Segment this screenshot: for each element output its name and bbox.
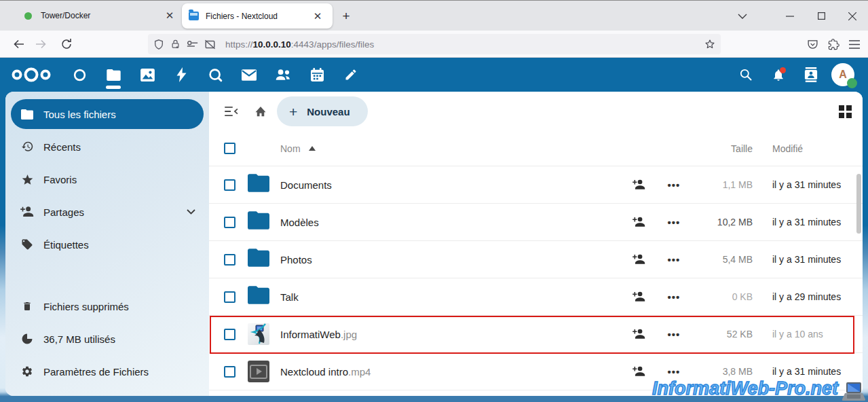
column-header-modified[interactable]: Modifié bbox=[772, 143, 846, 154]
reload-button[interactable] bbox=[56, 33, 77, 55]
more-actions-button[interactable]: ••• bbox=[659, 207, 689, 237]
collapse-sidebar-icon[interactable] bbox=[225, 106, 238, 117]
sidebar-item-quota[interactable]: 36,7 MB utilisés bbox=[11, 324, 204, 354]
contacts-menu-icon[interactable] bbox=[795, 58, 827, 92]
sort-ascending-icon[interactable] bbox=[309, 146, 316, 151]
user-avatar[interactable]: A bbox=[831, 63, 854, 86]
more-actions-button[interactable]: ••• bbox=[659, 357, 689, 386]
browser-tab-tower-docker[interactable]: Tower/Docker ✕ bbox=[24, 1, 178, 31]
app-activity-icon[interactable] bbox=[164, 58, 198, 92]
scrollbar-thumb[interactable] bbox=[856, 174, 861, 234]
more-actions-button[interactable]: ••• bbox=[659, 244, 689, 274]
file-name-link[interactable]: Modèles bbox=[280, 217, 624, 228]
app-dashboard-icon[interactable] bbox=[62, 58, 96, 92]
file-row[interactable]: Photos ••• 5,4 MB il y a 31 minutes bbox=[209, 241, 863, 278]
share-button[interactable] bbox=[624, 170, 654, 200]
tab-favicon-nextcloud-icon bbox=[189, 12, 199, 20]
tab-list-chevron-icon[interactable] bbox=[738, 1, 747, 31]
share-button[interactable] bbox=[624, 207, 654, 237]
browser-tab-nextcloud[interactable]: Fichiers - Nextcloud ✕ bbox=[182, 3, 333, 29]
share-button[interactable] bbox=[624, 244, 654, 274]
forward-button[interactable] bbox=[30, 33, 52, 55]
unified-search-icon[interactable] bbox=[730, 58, 762, 92]
new-tab-button[interactable]: + bbox=[337, 7, 356, 26]
sidebar-item-all-files[interactable]: Tous les fichiers bbox=[11, 99, 204, 129]
tab-close-icon[interactable]: ✕ bbox=[309, 8, 326, 24]
row-checkbox[interactable] bbox=[224, 254, 235, 266]
home-breadcrumb-icon[interactable] bbox=[254, 106, 267, 117]
app-calendar-icon[interactable] bbox=[300, 58, 334, 92]
address-bar[interactable]: https://10.0.0.10:4443/apps/files/files bbox=[148, 34, 721, 54]
app-files-icon[interactable] bbox=[96, 58, 130, 92]
row-checkbox[interactable] bbox=[224, 179, 235, 191]
app-mail-icon[interactable] bbox=[232, 58, 266, 92]
menu-hamburger-icon[interactable] bbox=[849, 40, 860, 49]
file-modified: il y a 31 minutes bbox=[772, 254, 846, 265]
star-icon bbox=[20, 173, 34, 185]
back-button[interactable] bbox=[8, 33, 30, 55]
history-icon bbox=[20, 141, 34, 153]
more-actions-button[interactable]: ••• bbox=[659, 282, 689, 312]
notifications-bell-icon[interactable] bbox=[762, 58, 795, 92]
file-name: Documents bbox=[280, 179, 332, 191]
pocket-icon[interactable] bbox=[807, 39, 818, 50]
new-button[interactable]: + Nouveau bbox=[277, 96, 368, 126]
file-name: Nextcloud intro bbox=[280, 366, 348, 378]
tracking-protection-shield-icon[interactable] bbox=[153, 39, 164, 50]
file-row[interactable]: InformatiWeb.jpg ••• 52 KB il y a 10 ans bbox=[209, 316, 863, 353]
app-menu bbox=[62, 58, 368, 92]
chevron-down-icon[interactable] bbox=[187, 209, 195, 215]
file-modified: il y a 31 minutes bbox=[772, 217, 846, 227]
permissions-toggle-icon[interactable] bbox=[187, 40, 198, 48]
sidebar-item-recent[interactable]: Récents bbox=[11, 132, 204, 162]
row-checkbox[interactable] bbox=[224, 291, 235, 303]
app-contacts-icon[interactable] bbox=[266, 58, 300, 92]
window-maximize-button[interactable] bbox=[806, 1, 837, 31]
row-checkbox[interactable] bbox=[224, 217, 235, 228]
app-talk-icon[interactable] bbox=[198, 58, 232, 92]
folder-thumbnail-icon bbox=[248, 211, 269, 233]
file-name-link[interactable]: InformatiWeb.jpg bbox=[280, 329, 624, 340]
tab-title: Fichiers - Nextcloud bbox=[206, 12, 309, 21]
share-button[interactable] bbox=[624, 319, 654, 349]
gear-icon bbox=[20, 365, 34, 378]
file-name: Talk bbox=[280, 291, 299, 303]
sidebar-item-tags[interactable]: Étiquettes bbox=[11, 230, 204, 259]
select-all-checkbox[interactable] bbox=[224, 143, 235, 154]
row-checkbox[interactable] bbox=[224, 366, 235, 378]
images-blocked-icon[interactable] bbox=[204, 39, 216, 50]
sidebar-item-files-settings[interactable]: Paramètres de Fichiers bbox=[11, 357, 204, 386]
grid-view-toggle-icon[interactable] bbox=[839, 105, 852, 118]
more-actions-button[interactable]: ••• bbox=[659, 319, 689, 349]
sidebar-item-deleted-files[interactable]: Fichiers supprimés bbox=[11, 291, 204, 321]
file-name-link[interactable]: Photos bbox=[280, 254, 624, 266]
app-photos-icon[interactable] bbox=[130, 58, 164, 92]
app-notes-icon[interactable] bbox=[334, 58, 368, 92]
column-header-size[interactable]: Taille bbox=[689, 143, 753, 154]
file-name-link[interactable]: Nextcloud intro.mp4 bbox=[280, 366, 624, 378]
connection-security-lock-icon[interactable] bbox=[170, 39, 181, 50]
avatar-letter: A bbox=[839, 69, 847, 81]
sidebar-item-shares[interactable]: Partages bbox=[11, 197, 204, 227]
more-actions-button[interactable]: ••• bbox=[659, 170, 689, 200]
sidebar-item-favorites[interactable]: Favoris bbox=[11, 164, 204, 194]
file-row[interactable]: Nextcloud intro.mp4 ••• 3,8 MB il y a 31… bbox=[209, 353, 863, 390]
file-row[interactable]: Documents ••• 1,1 MB il y a 31 minutes bbox=[209, 166, 863, 204]
window-close-button[interactable] bbox=[837, 1, 868, 31]
column-header-name[interactable]: Nom bbox=[280, 143, 301, 154]
file-row[interactable]: Talk ••• 0 KB il y a 29 minutes bbox=[209, 278, 863, 316]
row-checkbox[interactable] bbox=[224, 329, 235, 340]
window-minimize-button[interactable] bbox=[774, 1, 806, 31]
url-text[interactable]: https://10.0.0.10:4443/apps/files/files bbox=[225, 39, 704, 50]
file-row[interactable]: Modèles ••• 10,2 MB il y a 31 minutes bbox=[209, 204, 863, 241]
person-add-icon bbox=[20, 206, 34, 217]
extensions-puzzle-icon[interactable] bbox=[828, 39, 839, 50]
share-button[interactable] bbox=[624, 282, 654, 312]
nextcloud-logo-icon[interactable] bbox=[10, 66, 52, 84]
file-name-link[interactable]: Documents bbox=[280, 179, 624, 191]
tab-close-icon[interactable]: ✕ bbox=[162, 7, 178, 24]
bookmark-star-icon[interactable] bbox=[704, 39, 715, 50]
file-name-link[interactable]: Talk bbox=[280, 291, 624, 303]
header-right: A bbox=[730, 58, 868, 92]
share-button[interactable] bbox=[624, 357, 654, 386]
